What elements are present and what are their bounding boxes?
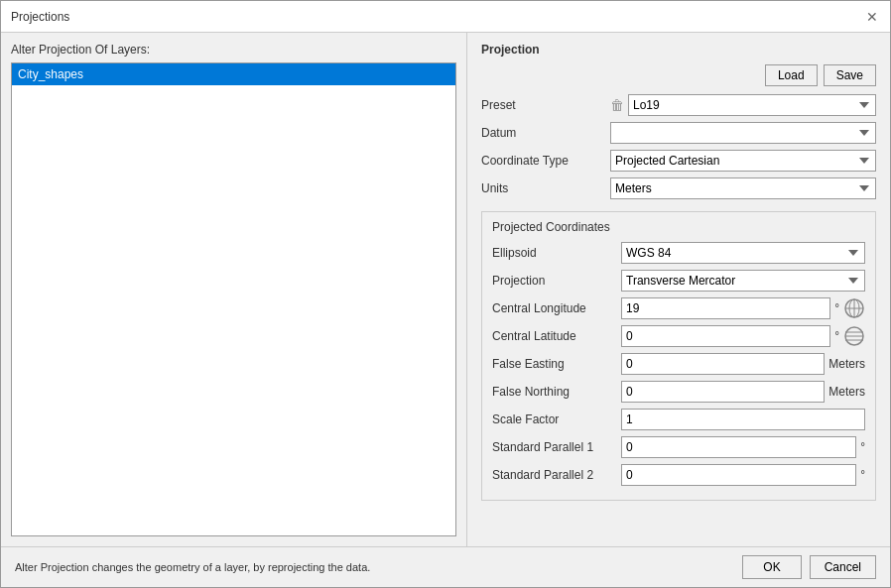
- globe-icon: [843, 297, 865, 319]
- central-latitude-control: °: [621, 325, 865, 347]
- false-easting-control: Meters: [621, 353, 865, 375]
- scale-factor-label: Scale Factor: [492, 412, 621, 426]
- projection-type-label: Projection: [492, 274, 621, 288]
- false-easting-input-group: Meters: [621, 353, 865, 375]
- flat-globe-icon: [843, 325, 865, 347]
- scale-factor-row: Scale Factor: [492, 409, 865, 430]
- false-northing-input[interactable]: [621, 381, 825, 403]
- false-easting-row: False Easting Meters: [492, 353, 865, 375]
- preset-select-wrapper: Lo19: [628, 94, 876, 116]
- right-panel: Projection Load Save Preset 🗑 Lo19 Datum: [467, 33, 890, 546]
- list-item[interactable]: City_shapes: [12, 63, 455, 85]
- datum-control: [610, 122, 876, 144]
- false-northing-control: Meters: [621, 381, 865, 403]
- projections-dialog: Projections ✕ Alter Projection Of Layers…: [0, 0, 891, 588]
- load-button[interactable]: Load: [765, 64, 818, 86]
- save-button[interactable]: Save: [824, 64, 876, 86]
- datum-row: Datum: [481, 122, 876, 144]
- central-longitude-input[interactable]: [621, 297, 830, 319]
- false-northing-unit: Meters: [828, 385, 865, 399]
- standard-parallel-1-control: °: [621, 436, 865, 458]
- false-easting-input[interactable]: [621, 353, 825, 375]
- units-row: Units Meters: [481, 177, 876, 199]
- central-longitude-label: Central Longitude: [492, 301, 621, 315]
- scale-factor-input-group: [621, 409, 865, 430]
- ellipsoid-row: Ellipsoid WGS 84: [492, 242, 865, 264]
- standard-parallel-2-label: Standard Parallel 2: [492, 468, 621, 482]
- standard-parallel-1-input-group: °: [621, 436, 865, 458]
- standard-parallel-2-control: °: [621, 464, 865, 486]
- units-label: Units: [481, 181, 610, 195]
- coordinate-type-select[interactable]: Projected Cartesian: [610, 150, 876, 172]
- close-button[interactable]: ✕: [864, 9, 880, 25]
- left-panel: Alter Projection Of Layers: City_shapes: [1, 33, 467, 546]
- false-easting-unit: Meters: [828, 357, 865, 371]
- standard-parallel-2-input[interactable]: [621, 464, 856, 486]
- false-northing-label: False Northing: [492, 385, 621, 399]
- ok-button[interactable]: OK: [742, 555, 801, 579]
- preset-label: Preset: [481, 98, 610, 112]
- central-longitude-control: °: [621, 297, 865, 319]
- standard-parallel-2-input-group: °: [621, 464, 865, 486]
- central-longitude-unit: °: [834, 301, 839, 315]
- layers-list: City_shapes: [11, 62, 456, 536]
- standard-parallel-1-label: Standard Parallel 1: [492, 440, 621, 454]
- left-panel-title: Alter Projection Of Layers:: [11, 43, 456, 57]
- units-select[interactable]: Meters: [610, 177, 876, 199]
- coordinate-type-control: Projected Cartesian: [610, 150, 876, 172]
- ellipsoid-label: Ellipsoid: [492, 246, 621, 260]
- bottom-info-text: Alter Projection changes the geometry of…: [15, 561, 370, 573]
- delete-icon: 🗑: [610, 97, 624, 113]
- coordinate-type-label: Coordinate Type: [481, 154, 610, 168]
- top-buttons: Load Save: [481, 64, 876, 86]
- central-latitude-label: Central Latitude: [492, 329, 621, 343]
- projection-select[interactable]: Transverse Mercator: [621, 270, 865, 292]
- projected-coordinates-section: Projected Coordinates Ellipsoid WGS 84 P…: [481, 211, 876, 501]
- false-easting-label: False Easting: [492, 357, 621, 371]
- central-latitude-input-group: °: [621, 325, 865, 347]
- scale-factor-input[interactable]: [621, 409, 865, 430]
- ellipsoid-select[interactable]: WGS 84: [621, 242, 865, 264]
- scale-factor-control: [621, 409, 865, 430]
- central-longitude-input-group: °: [621, 297, 865, 319]
- preset-select[interactable]: Lo19: [628, 94, 876, 116]
- preset-row: Preset 🗑 Lo19: [481, 94, 876, 116]
- bottom-bar: Alter Projection changes the geometry of…: [1, 546, 890, 587]
- datum-label: Datum: [481, 126, 610, 140]
- standard-parallel-2-unit: °: [860, 468, 865, 482]
- datum-select[interactable]: [610, 122, 876, 144]
- false-northing-row: False Northing Meters: [492, 381, 865, 403]
- projection-title: Projection: [481, 43, 876, 57]
- cancel-button[interactable]: Cancel: [810, 555, 876, 579]
- central-latitude-unit: °: [834, 329, 839, 343]
- ellipsoid-control: WGS 84: [621, 242, 865, 264]
- false-northing-input-group: Meters: [621, 381, 865, 403]
- coordinate-type-row: Coordinate Type Projected Cartesian: [481, 150, 876, 172]
- central-latitude-row: Central Latitude °: [492, 325, 865, 347]
- projection-row: Projection Transverse Mercator: [492, 270, 865, 292]
- standard-parallel-1-unit: °: [860, 440, 865, 454]
- standard-parallel-1-input[interactable]: [621, 436, 856, 458]
- title-bar: Projections ✕: [1, 1, 890, 33]
- projection-control: Transverse Mercator: [621, 270, 865, 292]
- standard-parallel-1-row: Standard Parallel 1 °: [492, 436, 865, 458]
- bottom-buttons: OK Cancel: [742, 555, 876, 579]
- dialog-body: Alter Projection Of Layers: City_shapes …: [1, 33, 890, 546]
- central-longitude-row: Central Longitude °: [492, 297, 865, 319]
- units-control: Meters: [610, 177, 876, 199]
- projected-coordinates-title: Projected Coordinates: [492, 220, 865, 234]
- standard-parallel-2-row: Standard Parallel 2 °: [492, 464, 865, 486]
- central-latitude-input[interactable]: [621, 325, 830, 347]
- dialog-title: Projections: [11, 10, 69, 24]
